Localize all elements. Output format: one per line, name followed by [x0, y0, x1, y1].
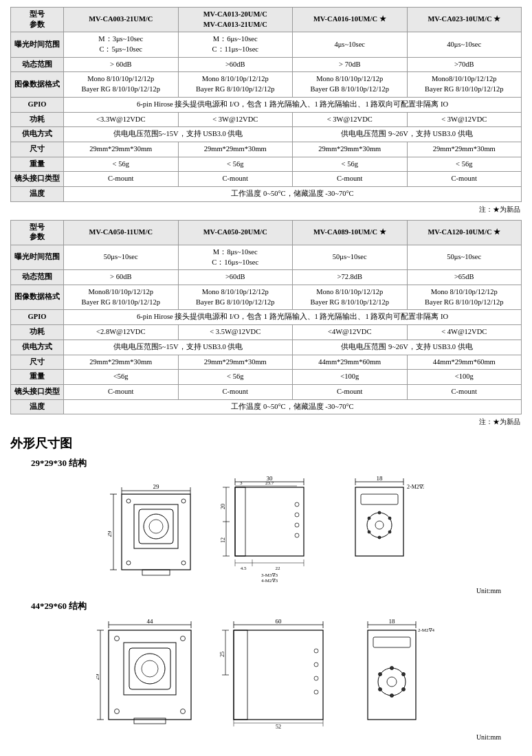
svg-rect-9	[134, 504, 178, 548]
svg-text:4.5: 4.5	[241, 566, 247, 571]
svg-point-87	[314, 663, 318, 667]
svg-rect-53	[361, 494, 398, 504]
svg-text:29: 29	[108, 531, 113, 537]
table-row: 供电方式 供电电压范围5~15V，支持 USB3.0 供电 供电电压范围 9~2…	[11, 127, 522, 142]
svg-point-89	[314, 690, 318, 694]
table-row: 曝光时间范围 50μs~10sec M：8μs~10secC：16μs~10se…	[11, 245, 522, 270]
svg-point-28	[295, 502, 299, 507]
svg-point-72	[180, 636, 185, 641]
side-view-29: 30 3 23.7 20 12 4.5 22 3-M3∇3 4-M2∇3	[218, 474, 328, 583]
svg-point-13	[126, 499, 131, 503]
svg-rect-75	[124, 643, 176, 695]
svg-text:18: 18	[388, 618, 395, 625]
svg-point-57	[388, 517, 391, 520]
svg-rect-8	[122, 494, 190, 570]
table1-note: 注：★为新品	[10, 205, 522, 214]
svg-point-59	[378, 536, 381, 539]
svg-text:3: 3	[240, 480, 243, 486]
table-row: 温度 工作温度 0~50°C，储藏温度 -30~70°C	[11, 399, 522, 414]
table-row: 图像数据格式 Mono 8/10/10p/12/12pBayer RG 8/10…	[11, 72, 522, 97]
svg-text:23.7: 23.7	[265, 480, 274, 486]
front-view-44: 44 29	[96, 616, 206, 730]
sub-title-2: 44*29*60 结构	[31, 600, 522, 612]
col2-header-param: 型号参数	[11, 220, 64, 245]
col-header-param: 型号参数	[11, 8, 64, 32]
svg-point-54	[367, 513, 392, 537]
unit-label-1: Unit:mm	[10, 587, 501, 594]
table-row: 尺寸 29mm*29mm*30mm 29mm*29mm*30mm 29mm*29…	[11, 142, 522, 157]
svg-text:29: 29	[153, 483, 160, 490]
svg-rect-84	[234, 630, 323, 720]
col-header-ca013: MV-CA013-20UM/CMV-CA013-21UM/C	[178, 8, 293, 32]
svg-text:2-M2∇3: 2-M2∇3	[407, 484, 424, 490]
svg-point-14	[181, 499, 186, 503]
col-header-ca003: MV-CA003-21UM/C	[64, 8, 179, 32]
svg-point-31	[295, 533, 299, 537]
svg-point-58	[388, 531, 391, 533]
svg-rect-104	[368, 630, 416, 720]
svg-point-111	[390, 694, 393, 698]
svg-rect-105	[373, 637, 410, 647]
table-row: 动态范围 > 60dB >60dB >72.8dB >65dB	[11, 270, 522, 285]
svg-text:29: 29	[96, 674, 100, 680]
table-row: 功耗 <3.3W@12VDC < 3W@12VDC < 3W@12VDC < 3…	[11, 112, 522, 127]
svg-text:22: 22	[276, 566, 281, 571]
svg-text:60: 60	[275, 618, 282, 625]
svg-text:20: 20	[220, 504, 226, 509]
table-row: 温度 工作温度 0~50°C，储藏温度 -30~70°C	[11, 186, 522, 201]
svg-point-71	[114, 636, 119, 641]
sub-title-1: 29*29*30 结构	[31, 457, 522, 469]
right-view-44: 18 2-M2∇4	[354, 616, 436, 730]
table-row: 动态范围 > 60dB >60dB > 70dB >70dB	[11, 57, 522, 72]
table-row: 供电方式 供电电压范围5~15V，支持 USB3.0 供电 供电电压范围 9~2…	[11, 340, 522, 355]
table-row: 镜头接口类型 C-mount C-mount C-mount C-mount	[11, 172, 522, 187]
svg-rect-76	[129, 648, 170, 689]
svg-text:25: 25	[220, 652, 225, 657]
svg-point-12	[149, 520, 163, 533]
svg-rect-70	[109, 630, 191, 720]
svg-point-73	[114, 709, 119, 714]
svg-point-11	[144, 514, 168, 539]
svg-text:2-M2∇4: 2-M2∇4	[418, 627, 435, 633]
svg-rect-52	[355, 487, 403, 556]
svg-point-15	[126, 561, 131, 565]
svg-point-16	[181, 561, 186, 565]
right-view-29: 18 2-M2∇3	[342, 474, 424, 583]
svg-point-107	[387, 677, 397, 687]
svg-point-60	[368, 531, 370, 533]
side-view-44: 60 25 52 4-M3∇3.5	[220, 616, 340, 730]
col2-header-ca120: MV-CA120-10UM/C ★	[407, 220, 522, 245]
svg-point-55	[375, 521, 384, 529]
col-header-ca023: MV-CA023-10UM/C ★	[407, 8, 522, 32]
svg-point-109	[401, 673, 405, 676]
svg-point-110	[401, 688, 405, 691]
table-row: GPIO 6-pin Hirose 接头提供电源和 I/O，包含 1 路光隔输入…	[11, 310, 522, 325]
svg-point-112	[378, 688, 381, 691]
svg-point-61	[368, 517, 370, 520]
svg-point-86	[314, 649, 318, 653]
table-row: GPIO 6-pin Hirose 接头提供电源和 I/O，包含 1 路光隔输入…	[11, 97, 522, 112]
unit-label-2: Unit:mm	[10, 733, 501, 741]
svg-point-113	[378, 673, 381, 676]
svg-rect-17	[142, 570, 170, 575]
table-row: 功耗 <2.8W@12VDC < 3.5W@12VDC <4W@12VDC < …	[11, 325, 522, 340]
diagram-29x29x30: 29 29 30 3 23.7	[10, 474, 522, 583]
front-view-29: 29 29	[108, 480, 204, 583]
col2-header-ca050-11: MV-CA050-11UM/C	[64, 220, 179, 245]
section-title: 外形尺寸图	[10, 435, 522, 452]
svg-rect-27	[235, 487, 245, 556]
svg-point-29	[295, 513, 299, 517]
svg-text:18: 18	[377, 475, 384, 482]
svg-text:4-M2∇3: 4-M2∇3	[261, 578, 278, 583]
svg-point-108	[390, 667, 393, 670]
svg-point-88	[314, 676, 318, 680]
col-header-ca016: MV-CA016-10UM/C ★	[293, 8, 408, 32]
diagram-44x29x60: 44 29 60	[10, 616, 522, 730]
table-row: 重量 < 56g < 56g < 56g < 56g	[11, 157, 522, 172]
svg-point-78	[142, 660, 158, 677]
svg-rect-79	[134, 718, 166, 724]
svg-point-77	[135, 654, 165, 684]
table-row: 图像数据格式 Mono8/10/10p/12/12pBayer RG 8/10/…	[11, 285, 522, 310]
col2-header-ca089: MV-CA089-10UM/C ★	[293, 220, 408, 245]
svg-point-106	[378, 668, 406, 696]
